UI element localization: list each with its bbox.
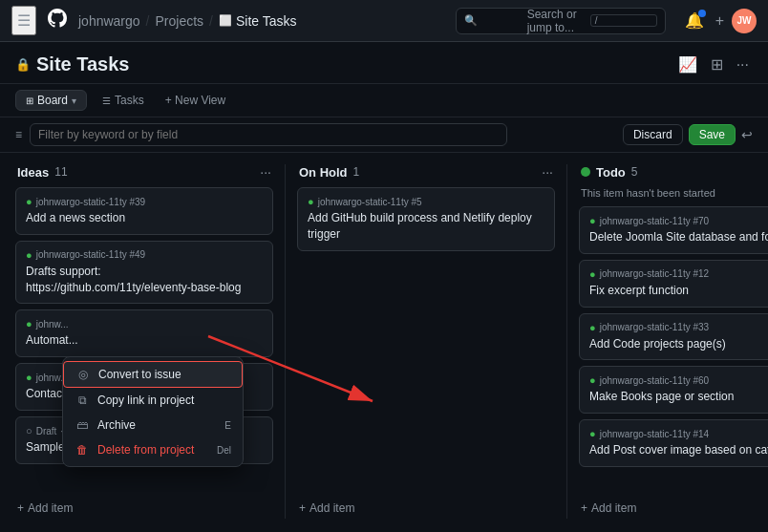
hamburger-button[interactable]: ☰ (11, 6, 36, 35)
table-row[interactable]: ● johnwargo-static-11ty #39 Add a news s… (15, 187, 273, 235)
todo-add-item-button[interactable]: + Add item (579, 498, 768, 519)
chart-button[interactable]: 📈 (674, 53, 701, 75)
lock-icon: 🔒 (15, 57, 31, 72)
filter-bar: ≡ Discard Save ↩ (0, 117, 768, 153)
table-row[interactable]: ● johnw... Automat... ◎ Convert to issue… (15, 309, 273, 357)
tasks-tab[interactable]: ☰ Tasks (95, 91, 152, 110)
more-button[interactable]: ··· (733, 53, 753, 75)
card-issue: ● johnwargo-static-11ty #49 (26, 249, 263, 261)
card-title: Fix excerpt function (589, 283, 768, 299)
card-issue: ● johnwargo-static-11ty #14 (589, 428, 768, 439)
board-tab[interactable]: ⊞ Board ▾ (15, 90, 87, 111)
card-title: Make Books page or section (589, 389, 768, 405)
avatar[interactable]: JW (732, 9, 757, 33)
context-menu: ◎ Convert to issue ⧉ Copy link in projec… (62, 356, 244, 467)
convert-to-issue-item[interactable]: ◎ Convert to issue (63, 361, 243, 388)
save-button[interactable]: Save (689, 124, 736, 145)
on-hold-cards: ● johnwargo-static-11ty #5 Add GitHub bu… (297, 187, 555, 492)
notifications-button[interactable]: 🔔 (681, 8, 708, 33)
table-row[interactable]: ● johnwargo-static-11ty #70 Delete Jooml… (579, 206, 768, 254)
breadcrumb-current: ⬜ Site Tasks (219, 13, 297, 29)
discard-button[interactable]: Discard (623, 124, 683, 145)
on-hold-column-menu[interactable]: ··· (542, 164, 553, 180)
table-row[interactable]: ● johnwargo-static-11ty #12 Fix excerpt … (579, 260, 768, 308)
on-hold-column-title: On Hold (299, 165, 348, 180)
todo-column-title: Todo (596, 165, 626, 180)
add-icon: + (581, 501, 587, 515)
archive-item[interactable]: 🗃 Archive E (63, 413, 243, 437)
delete-item[interactable]: 🗑 Delete from project Del (63, 437, 243, 462)
card-title: Add Post cover image based on category (589, 442, 768, 458)
ideas-cards: ● johnwargo-static-11ty #39 Add a news s… (15, 187, 273, 492)
table-row[interactable]: ● johnwargo-static-11ty #49 Drafts suppo… (15, 241, 273, 305)
copy-icon: ⧉ (75, 394, 90, 407)
card-title: Add Code projects page(s) (589, 336, 768, 352)
card-issue: ● johnw... (26, 318, 263, 330)
table-row[interactable]: ● johnwargo-static-11ty #5 Add GitHub bu… (297, 187, 555, 251)
filter-actions: Discard Save ↩ (623, 124, 753, 145)
todo-column-count: 5 (631, 165, 638, 179)
card-issue: ● johnwargo-static-11ty #5 (308, 196, 544, 207)
search-bar[interactable]: 🔍 Search or jump to... / (456, 8, 666, 34)
card-issue: ● johnwargo-static-11ty #60 (589, 374, 768, 386)
ideas-add-item-button[interactable]: + Add item (15, 498, 273, 519)
notification-badge (698, 10, 706, 17)
on-hold-column: On Hold 1 ··· ● johnwargo-static-11ty #5… (297, 164, 555, 519)
delete-label: Delete from project (97, 443, 194, 457)
filter-input[interactable] (30, 123, 507, 146)
card-title: Add a news section (26, 210, 263, 226)
issue-icon: ● (589, 268, 596, 280)
delete-icon: 🗑 (75, 443, 90, 457)
issue-icon: ● (308, 196, 314, 207)
plus-button[interactable]: + (712, 9, 728, 33)
todo-cards: ● johnwargo-static-11ty #70 Delete Jooml… (579, 206, 768, 492)
table-row[interactable]: ● johnwargo-static-11ty #60 Make Books p… (579, 366, 768, 414)
issue-icon: ● (589, 374, 596, 386)
page-header: 🔒 Site Tasks 📈 ⊞ ··· (0, 42, 768, 84)
convert-icon: ◎ (75, 368, 91, 381)
issue-icon: ● (26, 249, 32, 261)
table-row[interactable]: ● johnwargo-static-11ty #14 Add Post cov… (579, 419, 768, 467)
new-view-button[interactable]: + New View (160, 91, 231, 110)
todo-column: Todo 5 ··· This item hasn't been started… (579, 164, 768, 519)
card-issue: ● johnwargo-static-11ty #39 (26, 196, 263, 207)
copy-label: Copy link in project (97, 394, 194, 407)
on-hold-add-item-button[interactable]: + Add item (297, 498, 555, 519)
issue-icon: ● (26, 196, 32, 207)
breadcrumb-user[interactable]: johnwargo (78, 13, 140, 29)
issue-icon: ● (589, 322, 596, 333)
column-separator-2 (566, 164, 567, 519)
on-hold-column-count: 1 (353, 165, 360, 179)
ideas-column-header: Ideas 11 ··· (15, 164, 273, 180)
issue-icon: ● (589, 428, 596, 439)
draft-icon: ○ (26, 425, 32, 436)
ideas-column-title: Ideas (17, 165, 49, 180)
card-issue: ● johnwargo-static-11ty #33 (589, 322, 768, 333)
issue-icon: ● (589, 215, 596, 226)
breadcrumb: johnwargo / Projects / ⬜ Site Tasks (78, 13, 297, 29)
top-nav: ☰ johnwargo / Projects / ⬜ Site Tasks 🔍 … (0, 0, 768, 42)
search-placeholder: Search or jump to... (527, 8, 585, 34)
breadcrumb-projects[interactable]: Projects (156, 13, 204, 29)
filter-icon: ≡ (15, 128, 22, 141)
board: Ideas 11 ··· ● johnwargo-static-11ty #39… (0, 153, 768, 530)
search-kbd: / (590, 14, 657, 27)
copy-link-item[interactable]: ⧉ Copy link in project (63, 388, 243, 413)
toolbar: ⊞ Board ▾ ☰ Tasks + New View (0, 84, 768, 117)
archive-label: Archive (97, 418, 136, 432)
undo-button[interactable]: ↩ (741, 124, 753, 145)
layout-button[interactable]: ⊞ (707, 53, 727, 75)
page-actions: 📈 ⊞ ··· (674, 53, 753, 75)
add-icon: + (299, 501, 306, 515)
archive-icon: 🗃 (75, 418, 90, 432)
todo-status-dot (581, 167, 590, 177)
card-issue: ● johnwargo-static-11ty #70 (589, 215, 768, 226)
ideas-column-menu[interactable]: ··· (260, 164, 271, 180)
issue-icon: ● (26, 372, 32, 383)
table-row[interactable]: ● johnwargo-static-11ty #33 Add Code pro… (579, 313, 768, 361)
on-hold-column-header: On Hold 1 ··· (297, 164, 555, 180)
nav-icons: 🔔 + JW (681, 8, 757, 33)
issue-icon: ● (26, 318, 32, 330)
add-icon: + (17, 501, 24, 515)
card-title: Automat... (26, 332, 263, 349)
